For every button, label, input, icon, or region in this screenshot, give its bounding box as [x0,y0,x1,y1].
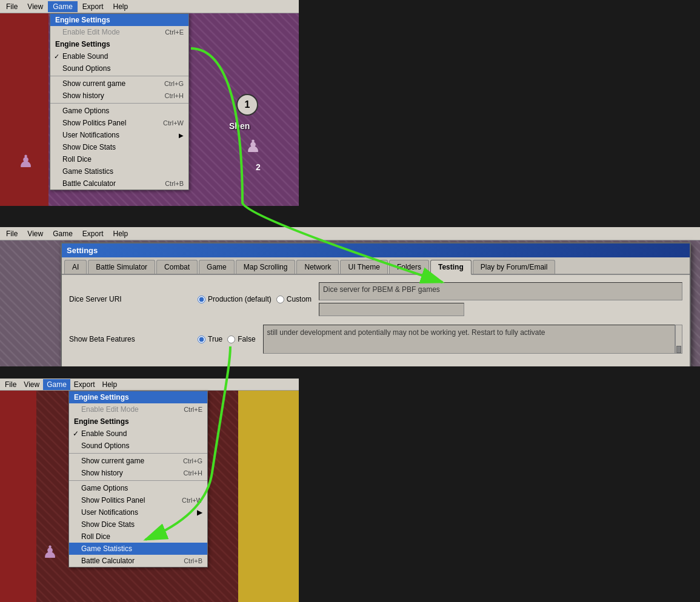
scrollbar-thumb[interactable] [676,346,681,353]
menu-roll-dice-bot[interactable]: Roll Dice [69,531,207,543]
menu-show-politics-top[interactable]: Show Politics Panel Ctrl+W [50,117,188,129]
radio-custom-text: Custom [287,295,312,303]
menu-game-top[interactable]: Game [48,1,78,12]
settings-content: Dice Server URI Production (default) Cus… [62,275,690,366]
beta-features-controls: True False [198,335,256,343]
checkmark-sound-top: ✓ [54,53,59,61]
menu-show-current-game-top[interactable]: Show current game Ctrl+G [50,78,188,90]
menu-game-options-top[interactable]: Game Options [50,105,188,117]
menu-game-statistics-bot[interactable]: Game Statistics [69,543,207,555]
radio-custom[interactable] [276,296,284,303]
beta-features-description: still under development and potentially … [263,325,675,354]
radio-true-text: True [208,335,222,343]
menu-export-bot[interactable]: Export [70,379,99,390]
menu-enable-sound-bot[interactable]: ✓ Enable Sound [69,428,207,440]
tab-game[interactable]: Game [199,260,235,274]
menubar-top: File View Game Export Help [0,0,299,13]
bot-left-unit-figure: ♟ [42,542,58,562]
menu-file-bot[interactable]: File [1,379,20,390]
left-strip-top [0,0,48,206]
settings-tabs: AI Battle Simulator Combat Game Map Scro… [62,257,690,275]
menu-show-history-bot[interactable]: Show history Ctrl+H [69,467,207,479]
radio-false[interactable] [227,336,235,343]
menu-help-top[interactable]: Help [108,1,133,12]
menu-show-dice-stats-top[interactable]: Show Dice Stats [50,141,188,153]
radio-production[interactable] [198,296,205,303]
menu-roll-dice-top[interactable]: Roll Dice [50,153,188,165]
beta-features-row: Show Beta Features True False still unde… [69,325,682,354]
tab-testing[interactable]: Testing [430,260,472,275]
menu-show-current-game-bot[interactable]: Show current game Ctrl+G [69,455,207,467]
radio-true-label[interactable]: True [198,335,222,343]
menu-battle-calculator-top[interactable]: Battle Calculator Ctrl+B [50,177,188,190]
settings-title: Settings [62,243,690,257]
checkmark-sound-bot: ✓ [73,429,79,438]
submenu-arrow-top: ▶ [179,132,184,139]
menu-game-options-bot[interactable]: Game Options [69,482,207,494]
menu-show-politics-bot[interactable]: Show Politics Panel Ctrl+W [69,494,207,506]
tab-battle-simulator[interactable]: Battle Simulator [88,260,155,274]
beta-features-label: Show Beta Features [69,335,190,343]
dice-server-input[interactable] [319,303,464,316]
menu-user-notifications-bot[interactable]: User Notifications ▶ [69,506,207,518]
unit-number: 2 [256,162,261,172]
menu-game-bot[interactable]: Game [43,379,70,390]
menu-view-top[interactable]: View [22,1,48,12]
menu-game-mid[interactable]: Game [48,228,78,239]
middle-panel: File View Game Export Help Settings AI B… [0,227,700,366]
menu-sound-options-bot[interactable]: Sound Options [69,440,207,452]
tab-combat[interactable]: Combat [156,260,198,274]
dice-server-row: Dice Server URI Production (default) Cus… [69,282,682,316]
beta-features-scrollbar[interactable] [675,325,682,354]
dice-server-label: Dice Server URI [69,295,190,303]
dice-server-description: Dice server for PBEM & PBF games [319,282,682,300]
dropdown-menu-top: Engine Settings Enable Edit Mode Ctrl+E … [50,13,189,190]
menu-game-statistics-top[interactable]: Game Statistics [50,165,188,177]
dropdown-header-bot: Engine Settings [69,391,207,403]
menu-show-dice-stats-bot[interactable]: Show Dice Stats [69,518,207,531]
menu-user-notifications-top[interactable]: User Notifications ▶ [50,129,188,141]
menu-view-bot[interactable]: View [20,379,43,390]
menu-help-mid[interactable]: Help [108,228,133,239]
tab-map-scrolling[interactable]: Map Scrolling [236,260,296,274]
tab-network[interactable]: Network [296,260,339,274]
menu-show-history-top[interactable]: Show history Ctrl+H [50,90,188,102]
menu-help-bot[interactable]: Help [99,379,121,390]
left-unit-figure: ♟ [18,151,33,171]
left-strip-bot [0,379,36,602]
menu-view-mid[interactable]: View [22,228,48,239]
radio-production-text: Production (default) [208,295,272,303]
tab-ui-theme[interactable]: UI Theme [340,260,387,274]
bottom-panel: File View Game Export Help Engine Settin… [0,379,299,602]
menubar-mid: File View Game Export Help [0,227,700,240]
right-strip-bot [238,379,299,602]
unit-figure: ♟ [245,136,261,156]
menu-engine-settings-top[interactable]: Engine Settings [50,38,188,50]
radio-false-text: False [238,335,255,343]
menubar-bot: File View Game Export Help [0,379,299,391]
menu-export-top[interactable]: Export [78,1,108,12]
radio-false-label[interactable]: False [227,335,255,343]
menu-export-mid[interactable]: Export [78,228,108,239]
radio-custom-label[interactable]: Custom [276,295,312,303]
radio-production-label[interactable]: Production (default) [198,295,272,303]
top-panel: File View Game Export Help Engine Settin… [0,0,299,206]
settings-dialog: Settings AI Battle Simulator Combat Game… [61,242,691,366]
tab-ai[interactable]: AI [64,260,87,274]
tab-play-by-forum[interactable]: Play by Forum/Email [473,260,556,274]
menu-file-mid[interactable]: File [1,228,22,239]
menu-file-top[interactable]: File [1,1,22,12]
dropdown-menu-bot: Engine Settings Enable Edit Mode Ctrl+E … [68,391,208,567]
unit-indicator: 1 [236,94,258,116]
unit-label: Shen [229,121,250,131]
dice-server-controls: Production (default) Custom [198,295,312,303]
menu-battle-calculator-bot[interactable]: Battle Calculator Ctrl+B [69,555,207,567]
radio-true[interactable] [198,336,205,343]
menu-sound-options-top[interactable]: Sound Options [50,62,188,74]
tab-folders[interactable]: Folders [389,260,429,274]
menu-engine-settings-bot[interactable]: Engine Settings [69,415,207,428]
menu-enable-sound-top[interactable]: ✓ Enable Sound [50,50,188,62]
menu-enable-edit-mode-bot[interactable]: Enable Edit Mode Ctrl+E [69,403,207,415]
dropdown-header-top: Engine Settings [50,14,188,26]
menu-enable-edit-mode-top[interactable]: Enable Edit Mode Ctrl+E [50,26,188,38]
